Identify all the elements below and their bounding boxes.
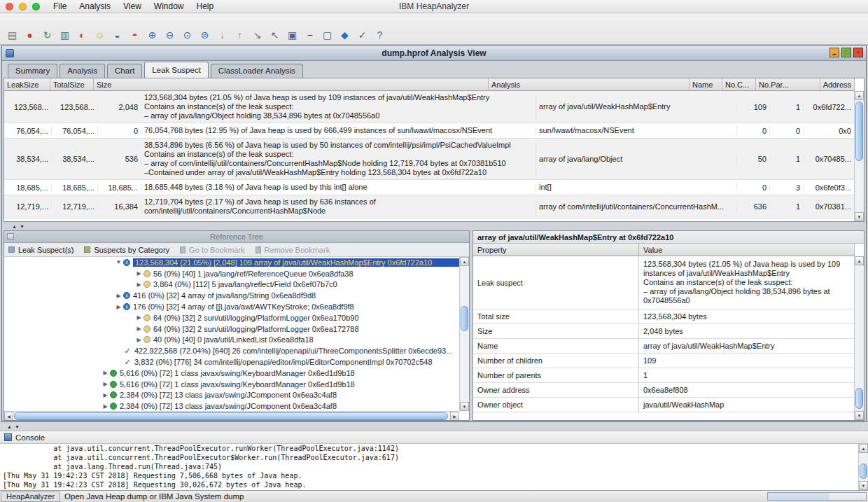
scroll-thumb[interactable] [461,306,468,331]
expand-arrow-icon[interactable]: ▶ [101,392,110,398]
property-row[interactable]: Leak suspect 123,568,304 bytes (21.05 %)… [473,256,855,309]
leak-suspects-button[interactable]: Leak Suspect(s) [18,246,74,254]
status-scrollbar-thumb[interactable] [768,493,829,500]
scroll-up-icon[interactable]: ▲ [855,91,864,100]
console-splitter[interactable]: ▲ ▼ [0,421,868,431]
tree-vertical-scrollbar[interactable]: ▲ ▼ [459,257,469,411]
tree-row[interactable]: ▶ 64 (0%) [32] 2 sun/util/logging/Platfo… [4,312,459,323]
table-row[interactable]: 18,685,... 18,685,... 18,685... 18,685,4… [4,180,855,195]
value-column-header[interactable]: Value [639,244,855,256]
property-row[interactable]: Owner address 0x6ea8ef808 [473,383,855,398]
tree-row[interactable]: ▶ 5,616 (0%) [72] 1 class javax/swing/Ke… [4,379,459,390]
scroll-right-icon[interactable]: ▶ [450,412,459,421]
column-header[interactable]: No.C... [722,78,756,90]
scroll-thumb[interactable] [855,102,863,161]
tab[interactable]: Leak Suspect [144,62,209,78]
refresh-icon[interactable]: ↻ [39,27,55,42]
splitter-collapse-up-icon[interactable]: ▲ [6,424,13,429]
console-vertical-scrollbar[interactable]: ▲ ▼ [858,444,868,490]
tree-row[interactable]: ▼ i 123,568,304 (21.05%) [2,048] 109 arr… [4,257,459,268]
column-header[interactable]: TotalSize [50,78,94,90]
expand-arrow-icon[interactable]: ▶ [101,403,110,410]
console-header[interactable]: Console [0,431,868,444]
remove-bookmark-button[interactable]: Remove Bookmark [265,246,330,254]
tree-row[interactable]: ▶ 64 (0%) [32] 2 sun/util/logging/Platfo… [4,323,459,335]
expand-arrow-icon[interactable]: ▶ [134,337,144,343]
window-titlebar[interactable]: dump.hprof Analysis View ▂▢✕ [2,46,866,61]
table-vertical-scrollbar[interactable]: ▲ ▼ [854,91,864,221]
table-row[interactable]: 76,054,... 76,054,... 0 76,054,768 bytes… [4,123,855,139]
menu-item[interactable]: Help [190,1,220,11]
tree-row[interactable]: ▶ 2,384 (0%) [72] 13 class javax/swing/J… [4,390,459,401]
property-row[interactable]: Total size 123,568,304 bytes [473,309,855,324]
details-vertical-scrollbar[interactable]: ▲ ▼ [854,256,864,420]
zoom-in-icon[interactable]: ⊕ [144,27,160,42]
zoom-window-button[interactable] [32,3,40,11]
close-window-button[interactable] [6,3,13,11]
alert-icon[interactable]: ◐ [74,27,90,42]
property-column-header[interactable]: Property [473,244,639,256]
tree-row[interactable]: ▶ 3,864 (0%) [112] 5 java/lang/reflect/F… [4,279,459,291]
horizontal-splitter[interactable]: ▲ ▼ [4,222,864,230]
expand-arrow-icon[interactable]: ▶ [134,270,144,277]
tree-row[interactable]: ▶ 5,616 (0%) [72] 1 class javax/swing/Ke… [4,368,459,379]
tree-row[interactable]: ✓ 422,922,568 (72.04%) [640] 26 com/inte… [4,345,459,356]
column-header[interactable]: LeakSize [4,78,50,90]
scroll-thumb[interactable] [14,412,448,420]
property-row[interactable]: Size 2,048 bytes [473,324,855,339]
display-icon[interactable]: ▢ [319,27,335,42]
screen-icon[interactable]: ▣ [284,27,300,42]
smiley-icon[interactable]: ☺ [92,27,108,42]
teacup-icon[interactable]: ◒ [109,27,125,42]
tab[interactable]: ClassLoader Analysis [211,64,303,78]
menu-item[interactable]: Analysis [73,1,117,11]
help-icon[interactable]: ? [372,27,388,42]
expand-arrow-icon[interactable]: ▶ [134,281,144,288]
column-header[interactable]: Analysis [489,78,690,90]
column-header[interactable]: Name [690,78,722,90]
sort-ascending-icon[interactable]: ↑ [232,27,248,42]
expand-arrow-icon[interactable]: ▼ [114,259,123,265]
sort-descending-icon[interactable]: ↓ [214,27,230,42]
expand-arrow-icon[interactable]: ▶ [134,314,144,321]
scroll-down-icon[interactable]: ▼ [460,402,469,411]
console-output[interactable]: at java.util.concurrent.ThreadPoolExecut… [0,444,868,490]
scroll-up-icon[interactable]: ▲ [460,257,469,266]
scroll-left-icon[interactable]: ◀ [4,412,13,421]
column-header[interactable]: Address [820,78,855,90]
table-row[interactable]: 38,534,... 38,534,... 536 38,534,896 byt… [4,139,855,180]
zoom-fit-icon[interactable]: ⊚ [197,27,213,42]
scroll-down-icon[interactable]: ▼ [859,481,868,490]
scroll-up-icon[interactable]: ▲ [855,256,864,265]
scroll-down-icon[interactable]: ▼ [855,411,864,420]
zoom-out-icon[interactable]: ⊖ [162,27,178,42]
menu-item[interactable]: Window [148,1,190,11]
property-row[interactable]: Number of children 109 [473,354,855,368]
minimize-window-button[interactable] [19,3,27,11]
expand-arrow-icon[interactable]: ▶ [114,293,123,299]
reference-tree-titlebar[interactable]: Reference Tree [4,231,469,243]
scroll-thumb[interactable] [855,388,863,409]
open-file-icon[interactable]: ▤ [4,27,20,42]
property-row[interactable]: Name array of java/util/WeakHashMap$Entr… [473,339,855,354]
expand-arrow-icon[interactable]: ▶ [114,304,123,310]
menu-item[interactable]: View [117,1,148,11]
tree-row[interactable]: ▶ 40 (0%) [40] 0 java/util/LinkedList 0x… [4,335,459,346]
status-scrollbar[interactable] [767,492,867,501]
tree-row[interactable]: ✓ 3,832 (0%) [776] 34 com/intellij/opena… [4,356,459,368]
suspects-by-category-button[interactable]: Suspects by Category [94,246,169,254]
scroll-thumb[interactable] [860,463,867,479]
property-row[interactable]: Number of parents 1 [473,368,855,383]
tab[interactable]: Chart [107,64,142,78]
expand-arrow-icon[interactable]: ▶ [134,326,144,332]
property-row[interactable]: Owner object java/util/WeakHashMap [473,398,855,412]
zoom-reset-icon[interactable]: ⊙ [179,27,195,42]
kettle-icon[interactable]: ◓ [127,27,143,42]
tree-row[interactable]: ▶ 56 (0%) [40] 1 java/lang/ref/Reference… [4,268,459,279]
run-icon[interactable]: ◆ [337,27,353,42]
go-to-bookmark-button[interactable]: Go to Bookmark [189,246,244,254]
import-icon[interactable]: ↖ [267,27,283,42]
close-button[interactable]: ✕ [853,48,863,57]
monitor-icon[interactable]: ▥ [57,27,73,42]
minimize-button[interactable]: ▂ [830,48,839,57]
